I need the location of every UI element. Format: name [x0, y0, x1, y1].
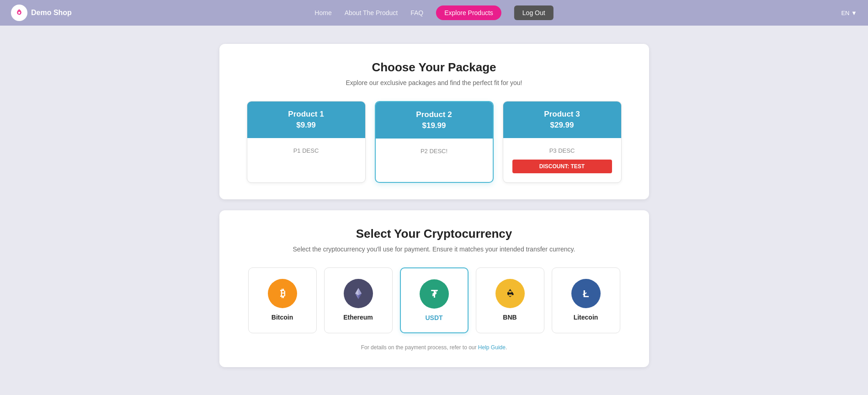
product-card-3[interactable]: Product 3 $29.99 P3 DESC DISCOUNT: TEST	[503, 101, 622, 183]
product-2-price: $19.99	[385, 121, 484, 130]
nav-links: Home About The Product FAQ Explore Produ…	[314, 5, 553, 20]
crypto-title: Select Your Cryptocurrency	[234, 227, 634, 241]
package-subtitle: Explore our exclusive packages and find …	[234, 79, 634, 86]
package-title: Choose Your Package	[234, 60, 634, 75]
crypto-ethereum[interactable]: Ethereum	[324, 267, 393, 333]
product-2-header: Product 2 $19.99	[376, 102, 493, 139]
svg-point-1	[18, 12, 21, 14]
product-card-2[interactable]: Product 2 $19.99 P2 DESC!	[375, 101, 494, 183]
language-selector[interactable]: EN ▼	[841, 10, 857, 16]
crypto-bnb[interactable]: BNB	[476, 267, 544, 333]
product-3-name: Product 3	[512, 110, 612, 119]
product-card-1[interactable]: Product 1 $9.99 P1 DESC	[247, 101, 366, 183]
product-1-name: Product 1	[256, 110, 356, 119]
bitcoin-icon: ₿	[268, 279, 297, 308]
svg-text:₿: ₿	[280, 288, 285, 299]
help-prefix: For details on the payment process, refe…	[361, 344, 478, 351]
product-3-price: $29.99	[512, 121, 612, 130]
usdt-label: USDT	[408, 314, 460, 321]
crypto-section: Select Your Cryptocurrency Select the cr…	[219, 210, 649, 367]
explore-button[interactable]: Explore Products	[436, 5, 501, 20]
crypto-litecoin[interactable]: Ł Litecoin	[552, 267, 620, 333]
brand-name: Demo Shop	[31, 9, 72, 17]
crypto-usdt[interactable]: ₮ USDT	[400, 267, 469, 333]
navbar: Demo Shop Home About The Product FAQ Exp…	[0, 0, 868, 26]
bnb-icon	[495, 279, 525, 308]
product-2-name: Product 2	[385, 110, 484, 119]
nav-home[interactable]: Home	[314, 9, 331, 16]
nav-about[interactable]: About The Product	[345, 9, 398, 16]
package-section: Choose Your Package Explore our exclusiv…	[219, 44, 649, 199]
nav-faq[interactable]: FAQ	[410, 9, 423, 16]
ethereum-icon	[344, 279, 373, 308]
litecoin-icon: Ł	[571, 279, 601, 308]
crypto-subtitle: Select the cryptocurrency you'll use for…	[234, 246, 634, 253]
help-link[interactable]: Help Guide	[478, 344, 506, 351]
products-grid: Product 1 $9.99 P1 DESC Product 2 $19.99…	[234, 101, 634, 183]
bitcoin-label: Bitcoin	[256, 314, 309, 321]
product-3-body: P3 DESC DISCOUNT: TEST	[503, 138, 621, 182]
crypto-bitcoin[interactable]: ₿ Bitcoin	[248, 267, 317, 333]
usdt-icon: ₮	[420, 279, 449, 309]
brand: Demo Shop	[11, 5, 72, 21]
navbar-right: EN ▼	[841, 10, 857, 16]
brand-logo	[11, 5, 27, 21]
help-suffix: .	[506, 344, 507, 351]
bnb-label: BNB	[484, 314, 537, 321]
logout-button[interactable]: Log Out	[514, 5, 554, 20]
ethereum-label: Ethereum	[332, 314, 385, 321]
svg-text:₮: ₮	[431, 288, 438, 300]
svg-text:Ł: Ł	[583, 288, 589, 299]
main-content: Choose Your Package Explore our exclusiv…	[210, 26, 658, 395]
product-2-body: P2 DESC!	[376, 139, 493, 169]
product-1-body: P1 DESC	[247, 138, 365, 169]
product-3-header: Product 3 $29.99	[503, 101, 621, 138]
product-1-price: $9.99	[256, 121, 356, 130]
product-3-desc: P3 DESC	[512, 147, 612, 154]
product-3-discount: DISCOUNT: TEST	[512, 160, 612, 173]
help-text: For details on the payment process, refe…	[234, 344, 634, 351]
product-2-desc: P2 DESC!	[385, 148, 484, 155]
crypto-grid: ₿ Bitcoin Ethereum	[234, 267, 634, 333]
product-1-desc: P1 DESC	[256, 147, 356, 154]
litecoin-label: Litecoin	[559, 314, 612, 321]
product-1-header: Product 1 $9.99	[247, 101, 365, 138]
